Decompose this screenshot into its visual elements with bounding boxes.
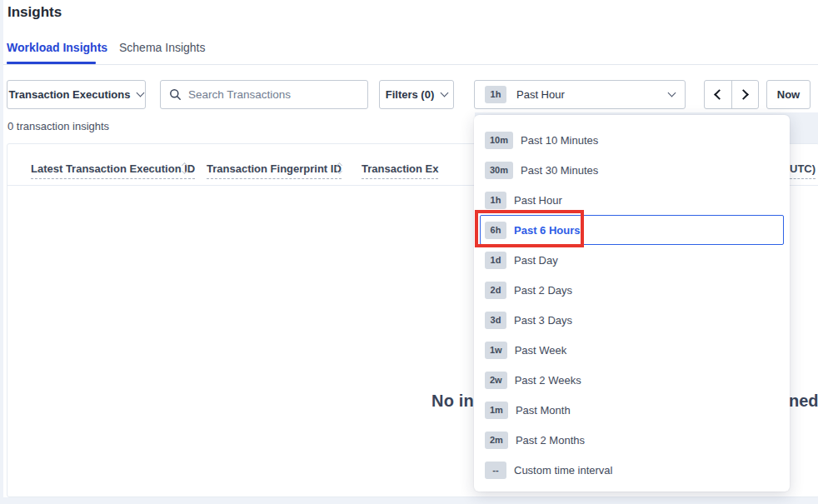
empty-state-text-left: No in [357, 392, 474, 411]
filters-label: Filters (0) [386, 88, 435, 101]
tab-workload-insights[interactable]: Workload Insights [7, 41, 107, 54]
filters-button[interactable]: Filters (0) [379, 80, 454, 109]
menu-item-past-10-minutes[interactable]: 10m Past 10 Minutes [480, 125, 784, 155]
chevron-down-icon [137, 89, 145, 97]
column-header-utc[interactable]: UTC) [790, 161, 816, 176]
results-count: 0 transaction insights [7, 120, 109, 132]
sort-icon[interactable] [337, 163, 342, 173]
time-interval-select[interactable]: 1h Past Hour [474, 80, 686, 109]
empty-state-text-right: ned. [789, 392, 818, 411]
time-interval-badge: 1h [485, 86, 506, 103]
chevron-down-icon [668, 89, 676, 97]
column-header-transaction-execution[interactable]: Transaction Ex [362, 161, 438, 176]
time-interval-dropdown-menu: 10m Past 10 Minutes 30m Past 30 Minutes … [474, 115, 790, 492]
sort-icon[interactable] [182, 163, 187, 173]
menu-item-past-hour[interactable]: 1h Past Hour [480, 185, 784, 215]
time-nav-arrows [704, 80, 759, 109]
next-interval-button[interactable] [731, 81, 759, 108]
menu-item-past-week[interactable]: 1w Past Week [480, 335, 784, 365]
time-interval-label: Past Hour [516, 88, 565, 101]
menu-item-past-month[interactable]: 1m Past Month [480, 395, 784, 425]
menu-item-past-day[interactable]: 1d Past Day [480, 245, 784, 275]
menu-item-past-2-days[interactable]: 2d Past 2 Days [480, 275, 784, 305]
workload-type-dropdown[interactable]: Transaction Executions [7, 80, 146, 109]
tab-divider [3, 64, 818, 65]
menu-item-past-2-weeks[interactable]: 2w Past 2 Weeks [480, 365, 784, 395]
search-box[interactable] [160, 80, 368, 109]
column-header-latest-transaction-execution-id[interactable]: Latest Transaction Execution ID [31, 161, 195, 176]
now-label: Now [777, 88, 800, 101]
previous-interval-button[interactable] [705, 81, 731, 108]
page-title: Insights [7, 4, 62, 21]
menu-item-custom-time-interval[interactable]: -- Custom time interval [480, 455, 784, 485]
workload-type-label: Transaction Executions [9, 88, 131, 101]
column-header-transaction-fingerprint-id[interactable]: Transaction Fingerprint ID [207, 161, 342, 176]
menu-item-past-2-months[interactable]: 2m Past 2 Months [480, 425, 784, 455]
search-icon [169, 88, 182, 101]
menu-item-past-30-minutes[interactable]: 30m Past 30 Minutes [480, 155, 784, 185]
now-button[interactable]: Now [766, 80, 811, 109]
search-input[interactable] [188, 88, 359, 101]
insights-page: Insights Workload Insights Schema Insigh… [0, 0, 818, 504]
chevron-right-icon [738, 89, 749, 100]
menu-item-past-6-hours[interactable]: 6h Past 6 Hours [480, 215, 784, 245]
page-bottom-strip [0, 497, 818, 504]
menu-item-past-3-days[interactable]: 3d Past 3 Days [480, 305, 784, 335]
chevron-down-icon [441, 89, 449, 97]
tab-schema-insights[interactable]: Schema Insights [119, 41, 206, 54]
chevron-left-icon [714, 89, 725, 100]
